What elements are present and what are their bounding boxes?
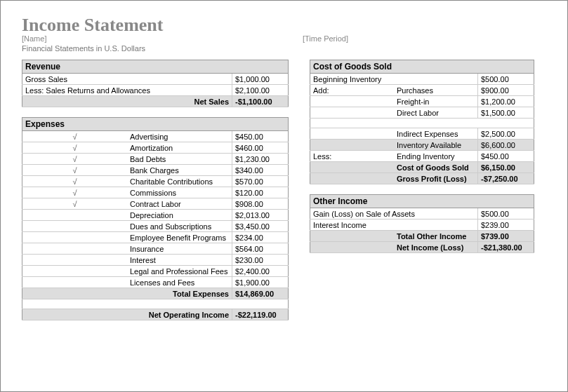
net-sales-value: -$1,100.00: [232, 96, 289, 107]
indirect-label: Indirect Expenses: [394, 128, 478, 140]
expense-value: $340.00: [232, 165, 289, 176]
expense-row: √Bank Charges$340.00: [22, 165, 289, 176]
cogs-label: Cost of Goods Sold: [394, 162, 478, 173]
expense-label: Insurance: [127, 243, 232, 255]
gross-profit-label: Gross Profit (Loss): [394, 173, 478, 184]
inv-avail-label: Inventory Available: [394, 140, 478, 151]
expense-label: Amortization: [127, 142, 232, 154]
check-icon: [22, 266, 128, 277]
expense-row: Employee Benefit Programs$234.00: [22, 232, 289, 243]
expense-row: Interest$230.00: [22, 255, 289, 266]
columns: Revenue Gross Sales $1,000.00 Less: Sale…: [22, 60, 546, 330]
revenue-table: Revenue Gross Sales $1,000.00 Less: Sale…: [22, 60, 289, 107]
expense-row: Dues and Subscriptions$3,450.00: [22, 221, 289, 232]
name-placeholder: [Name]: [22, 34, 303, 43]
other-header: Other Income: [310, 195, 478, 208]
expense-value: $908.00: [232, 198, 289, 210]
revenue-header: Revenue: [22, 60, 232, 74]
end-inv-value: $450.00: [478, 151, 534, 162]
expense-label: Bad Debts: [127, 154, 232, 165]
interest-income-label: Interest Income: [310, 219, 478, 231]
cogs-table: Cost of Goods Sold Beginning Inventory $…: [310, 60, 534, 184]
expense-value: $450.00: [232, 131, 289, 142]
net-income-value: -$21,380.00: [478, 242, 534, 253]
expense-value: $2,013.00: [232, 210, 289, 221]
gross-sales-label: Gross Sales: [22, 74, 232, 85]
freight-label: Freight-in: [394, 96, 478, 107]
check-icon: [22, 277, 128, 288]
freight-value: $1,200.00: [478, 96, 534, 107]
check-icon: [22, 232, 128, 243]
expense-value: $1,230.00: [232, 154, 289, 165]
add-prefix: Add:: [310, 85, 395, 96]
check-icon: √: [22, 142, 128, 154]
expense-label: Legal and Professional Fees: [127, 266, 232, 277]
expense-row: √Contract Labor$908.00: [22, 198, 289, 210]
cogs-header: Cost of Goods Sold: [310, 60, 478, 74]
expense-label: Contract Labor: [127, 198, 232, 210]
expense-label: Employee Benefit Programs: [127, 232, 232, 243]
right-column: Cost of Goods Sold Beginning Inventory $…: [310, 60, 534, 330]
indirect-value: $2,500.00: [478, 128, 534, 140]
expense-row: √Amortization$460.00: [22, 142, 289, 154]
net-sales-label: Net Sales: [22, 96, 232, 107]
total-other-value: $739.00: [478, 231, 534, 242]
check-icon: [22, 243, 128, 255]
gross-profit-value: -$7,250.00: [478, 173, 534, 184]
interest-income-value: $239.00: [478, 219, 534, 231]
expense-row: Depreciation$2,013.00: [22, 210, 289, 221]
expense-value: $1,900.00: [232, 277, 289, 288]
expense-label: Charitable Contributions: [127, 176, 232, 187]
check-icon: √: [22, 165, 128, 176]
direct-labor-value: $1,500.00: [478, 107, 534, 119]
purchases-label: Purchases: [394, 85, 478, 96]
meta-row: [Name] [Time Period]: [22, 34, 546, 43]
returns-value: $2,100.00: [232, 85, 289, 96]
period-placeholder: [Time Period]: [303, 34, 348, 43]
expense-label: Commissions: [127, 187, 232, 198]
expense-value: $3,450.00: [232, 221, 289, 232]
returns-label: Less: Sales Returns and Allowances: [22, 85, 232, 96]
total-expenses-value: $14,869.00: [232, 288, 289, 299]
inv-avail-value: $6,600.00: [478, 140, 534, 151]
net-operating-label: Net Operating Income: [127, 309, 232, 320]
check-icon: [22, 210, 128, 221]
total-expenses-label: Total Expenses: [127, 288, 232, 299]
cogs-value: $6,150.00: [478, 162, 534, 173]
expense-value: $120.00: [232, 187, 289, 198]
expense-row: √Charitable Contributions$570.00: [22, 176, 289, 187]
other-income-table: Other Income Gain (Loss) on Sale of Asse…: [310, 194, 534, 253]
expense-value: $570.00: [232, 176, 289, 187]
document-page: Income Statement [Name] [Time Period] Fi…: [0, 0, 568, 392]
check-icon: √: [22, 176, 128, 187]
check-icon: √: [22, 131, 128, 142]
check-icon: [22, 255, 128, 266]
expense-value: $2,400.00: [232, 266, 289, 277]
expense-row: Licenses and Fees$1,900.00: [22, 277, 289, 288]
gross-sales-value: $1,000.00: [232, 74, 289, 85]
page-title: Income Statement: [22, 15, 546, 36]
net-operating-value: -$22,119.00: [232, 309, 289, 320]
left-column: Revenue Gross Sales $1,000.00 Less: Sale…: [22, 60, 289, 330]
check-icon: √: [22, 187, 128, 198]
expense-value: $230.00: [232, 255, 289, 266]
check-icon: √: [22, 154, 128, 165]
begin-inv-value: $500.00: [478, 74, 534, 85]
purchases-value: $900.00: [478, 85, 534, 96]
less-prefix: Less:: [310, 151, 395, 162]
expense-row: Insurance$564.00: [22, 243, 289, 255]
expenses-header: Expenses: [22, 118, 232, 131]
expense-label: Dues and Subscriptions: [127, 221, 232, 232]
gain-label: Gain (Loss) on Sale of Assets: [310, 208, 478, 219]
subtitle: Financial Statements in U.S. Dollars: [22, 44, 546, 53]
check-icon: √: [22, 198, 128, 210]
expense-row: √Advertising$450.00: [22, 131, 289, 142]
begin-inv-label: Beginning Inventory: [310, 74, 478, 85]
net-income-label: Net Income (Loss): [394, 242, 478, 253]
expenses-table: Expenses √Advertising$450.00√Amortizatio…: [22, 117, 289, 320]
expense-row: √Commissions$120.00: [22, 187, 289, 198]
header: Income Statement [Name] [Time Period] Fi…: [22, 15, 546, 53]
expense-label: Advertising: [127, 131, 232, 142]
total-other-label: Total Other Income: [394, 231, 478, 242]
check-icon: [22, 221, 128, 232]
